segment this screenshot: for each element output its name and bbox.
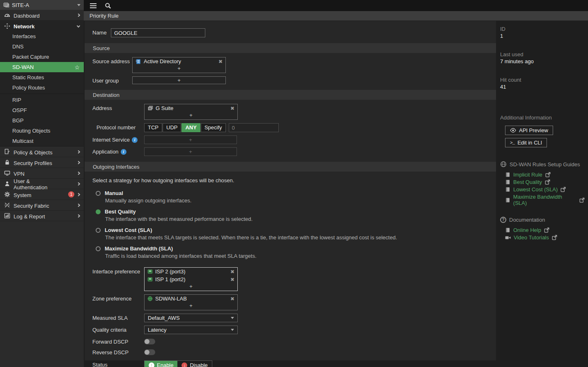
add-user-group-button[interactable]: + [177,77,181,83]
add-zone-button[interactable]: + [145,303,237,310]
measured-sla-select[interactable]: Default_AWS [144,314,238,322]
protocol-udp-button[interactable]: UDP [163,123,181,132]
site-device-icon [3,2,9,8]
guide-link-best-quality[interactable]: Best Quality [513,179,542,185]
chevron-right-icon [77,150,80,153]
address-group-icon [147,106,153,111]
sidebar-item-sdwan[interactable]: SD-WAN ☆ [0,62,84,72]
gear-icon [4,191,10,197]
zone-entry[interactable]: SDWAN-LAB ✖ [145,295,237,303]
guide-link-maximize-bandwidth[interactable]: Maximize Bandwidth (SLA) [513,194,577,206]
eye-icon [510,128,516,133]
book-icon [505,172,510,177]
doc-link-video-tutorials[interactable]: Video Tutorials [514,234,549,241]
info-icon[interactable]: i [121,149,126,155]
sidebar-item-static-routes[interactable]: Static Routes [0,72,84,83]
star-icon[interactable]: ☆ [74,64,80,71]
sidebar-item-policy-routes[interactable]: Policy Routes [0,83,84,93]
search-icon[interactable] [105,2,111,9]
add-interface-button[interactable]: + [145,283,237,291]
notification-badge: 1 [68,191,74,197]
sidebar-item-user-authentication[interactable]: User & Authentication [0,179,84,189]
external-link-icon [552,235,557,240]
strategy-maximize-bandwidth: Maximize Bandwidth (SLA) Traffic is load… [96,245,496,259]
forward-dscp-toggle[interactable] [144,339,155,344]
add-source-address-button[interactable]: + [133,65,225,73]
radio-lowest-cost[interactable] [96,228,101,233]
documentation-title: Documentation [509,217,545,223]
sidebar-item-security-fabric[interactable]: Security Fabric [0,200,84,211]
protocol-tcp-button[interactable]: TCP [144,123,162,132]
sidebar-item-ospf[interactable]: OSPF [0,105,84,115]
radio-manual[interactable] [96,191,101,196]
remove-icon[interactable]: ✖ [230,106,234,111]
sidebar-item-network[interactable]: Network [0,21,84,31]
sidebar-item-multicast[interactable]: Multicast [0,136,84,146]
chevron-down-icon [231,329,234,331]
chevron-right-icon [77,171,80,174]
menu-icon[interactable] [90,2,96,9]
guide-link-row: Best Quality [505,179,585,185]
sidebar-item-system[interactable]: System 1 [0,189,84,200]
remove-icon[interactable]: ✖ [230,277,234,282]
monitor-icon [4,170,10,176]
guide-link-row: Maximize Bandwidth (SLA) [505,194,585,206]
info-icon[interactable]: i [132,137,138,143]
divider [0,94,84,94]
book-icon [505,179,510,185]
quality-criteria-select[interactable]: Latency [144,326,238,334]
sidebar-item-dashboard[interactable]: Dashboard [0,10,84,21]
status-label: Status [92,360,144,367]
add-address-button[interactable]: + [145,112,237,119]
protocol-any-button[interactable]: ANY [181,123,200,132]
remove-icon[interactable]: ✖ [230,296,234,302]
book-icon [505,187,510,192]
name-input[interactable] [111,28,205,37]
add-internet-service-button[interactable]: + [189,136,192,143]
strategy-lowest-cost: Lowest Cost (SLA) The interface that mee… [96,227,496,241]
address-entry[interactable]: G Suite ✖ [145,104,237,112]
sidebar-item-rip[interactable]: RIP [0,95,84,105]
sidebar-item-packet-capture[interactable]: Packet Capture [0,52,84,62]
edit-in-cli-button[interactable]: >_ Edit in CLI [505,138,547,147]
source-address-label: Source address [92,57,132,64]
user-icon [4,181,10,187]
enable-arrow-icon: ↑ [149,362,154,367]
reverse-dscp-toggle[interactable] [144,349,155,355]
chevron-down-icon [231,317,234,319]
vdom-selector[interactable]: SITE-A [0,0,84,10]
external-link-icon [545,172,551,177]
source-address-entry[interactable]: Active Directory ✖ [133,57,225,65]
sidebar-item-bgp[interactable]: BGP [0,115,84,126]
interface-entry[interactable]: ISP 1 (port2) ✖ [145,275,237,283]
strategy-manual: Manual Manually assign outgoing interfac… [96,190,496,204]
book-icon [505,227,510,233]
sidebar-item-policy-objects[interactable]: Policy & Objects [0,147,84,157]
sidebar-item-log-report[interactable]: Log & Report [0,211,84,221]
sidebar-item-dns[interactable]: DNS [0,41,84,52]
question-icon: ? [500,217,506,223]
protocol-number-input[interactable] [229,123,279,132]
status-enable-button[interactable]: ↑ Enable [145,361,177,367]
doc-link-online-help[interactable]: Online Help [513,227,541,233]
sidebar-item-security-profiles[interactable]: Security Profiles [0,157,84,168]
remove-icon[interactable]: ✖ [230,269,234,275]
api-preview-button[interactable]: API Preview [505,126,553,135]
guide-link-implicit-rule[interactable]: Implicit Rule [513,172,542,178]
radio-best-quality[interactable] [96,209,101,214]
add-application-button[interactable]: + [189,148,192,155]
sidebar-item-interfaces[interactable]: Interfaces [0,31,84,41]
interface-entry[interactable]: ISP 2 (port3) ✖ [145,268,237,275]
zone-preference-label: Zone preference [92,294,144,302]
user-group-label: User group [92,76,132,84]
disable-arrow-icon: ↓ [181,362,187,367]
guides-title: SD-WAN Rules Setup Guides [510,161,580,167]
protocol-specify-button[interactable]: Specify [201,123,226,132]
radio-maximize-bandwidth[interactable] [96,246,101,251]
guide-link-lowest-cost[interactable]: Lowest Cost (SLA) [513,186,558,193]
protocol-segmented-control: TCP UDP ANY Specify [144,123,226,132]
source-address-box: Active Directory ✖ + [132,57,226,73]
sidebar-item-routing-objects[interactable]: Routing Objects [0,126,84,136]
status-disable-button[interactable]: ↓ Disable [177,361,211,367]
remove-icon[interactable]: ✖ [218,59,223,64]
